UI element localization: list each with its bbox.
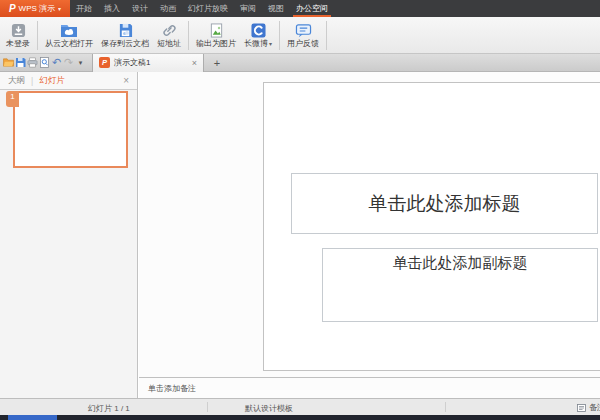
login-icon	[11, 22, 26, 38]
menu-item-animation[interactable]: 动画	[154, 0, 182, 17]
document-tab-label: 演示文稿1	[114, 57, 150, 68]
menu-item-view[interactable]: 视图	[262, 0, 290, 17]
export-as-image-button[interactable]: 输出为图片	[192, 20, 240, 50]
presentation-file-icon: P	[99, 57, 110, 68]
undo-icon[interactable]: ↶	[51, 56, 62, 70]
save-icon[interactable]	[15, 56, 26, 70]
status-bar: 幻灯片 1 / 1 默认设计模板 备注	[0, 398, 600, 415]
slide-panel: 大纲 | 幻灯片 × 1	[0, 72, 138, 398]
slide-canvas-area: 单击此处添加标题 单击此处添加副标题	[139, 72, 600, 377]
tab-slides[interactable]: 幻灯片	[39, 75, 65, 87]
design-template-label[interactable]: 默认设计模板	[245, 403, 293, 414]
menu-item-design[interactable]: 设计	[126, 0, 154, 17]
close-panel-icon[interactable]: ×	[123, 75, 129, 86]
notes-pane[interactable]: 单击添加备注	[139, 377, 600, 398]
tab-outline[interactable]: 大纲	[8, 75, 25, 87]
panel-tabs: 大纲 | 幻灯片 ×	[0, 72, 137, 90]
dropdown-caret-icon: ▾	[269, 41, 272, 47]
wps-logo-icon: P	[9, 3, 16, 14]
close-tab-icon[interactable]: ×	[192, 58, 197, 68]
menu-bar: P WPS 演示 ▾ 开始 插入 设计 动画 幻灯片放映 审阅 视图 办公空间	[0, 0, 600, 17]
taskbar-accent	[8, 415, 57, 420]
export-image-icon	[209, 22, 224, 38]
app-logo-button[interactable]: P WPS 演示 ▾	[0, 0, 70, 17]
ribbon-separator	[188, 21, 189, 50]
ribbon-toolbar: 未登录 从云文档打开 保存到云文档 短地址 输出为图片	[0, 17, 600, 54]
menu-items: 开始 插入 设计 动画 幻灯片放映 审阅 视图 办公空间	[70, 0, 334, 17]
status-separator	[207, 402, 208, 412]
notes-toggle[interactable]: 备注	[577, 402, 600, 413]
quick-access-toolbar: ↶ ↷ ▾	[0, 56, 89, 70]
redo-icon[interactable]: ↷	[63, 56, 74, 70]
print-icon[interactable]	[27, 56, 38, 70]
wps-presentation-window: P WPS 演示 ▾ 开始 插入 设计 动画 幻灯片放映 审阅 视图 办公空间 …	[0, 0, 600, 420]
cloud-save-icon	[118, 22, 133, 38]
menu-item-slideshow[interactable]: 幻灯片放映	[182, 0, 234, 17]
link-icon	[161, 22, 178, 38]
menu-item-home[interactable]: 开始	[70, 0, 98, 17]
work-area: 大纲 | 幻灯片 × 1 单击此处添加标题 单击此处添加副标题 单击添加备注	[0, 72, 600, 398]
menu-item-review[interactable]: 审阅	[234, 0, 262, 17]
long-weibo-button[interactable]: 长微博▾	[240, 20, 276, 50]
weibo-icon	[251, 22, 266, 38]
ribbon-separator	[279, 21, 280, 50]
slide-counter: 幻灯片 1 / 1	[88, 403, 130, 414]
ribbon-separator	[37, 21, 38, 50]
user-feedback-button[interactable]: 用户反馈	[283, 20, 323, 50]
document-tab[interactable]: P 演示文稿1 ×	[92, 54, 204, 72]
save-to-cloud-button[interactable]: 保存到云文档	[97, 20, 153, 50]
more-dropdown-icon[interactable]: ▾	[75, 56, 86, 70]
print-preview-icon[interactable]	[39, 56, 50, 70]
new-tab-button[interactable]: +	[210, 57, 224, 69]
status-separator	[445, 402, 446, 412]
editing-area: 单击此处添加标题 单击此处添加副标题 单击添加备注	[139, 72, 600, 398]
panel-tab-divider: |	[31, 76, 33, 86]
window-bottom-edge	[0, 415, 600, 420]
notes-toggle-icon	[577, 404, 586, 412]
subtitle-placeholder[interactable]: 单击此处添加副标题	[322, 248, 598, 322]
login-button[interactable]: 未登录	[2, 20, 34, 50]
notes-toggle-label: 备注	[589, 402, 600, 413]
document-tab-bar: ↶ ↷ ▾ P 演示文稿1 × +	[0, 54, 600, 72]
logo-dropdown-icon: ▾	[58, 5, 61, 12]
feedback-icon	[295, 22, 312, 38]
slide-number-badge: 1	[6, 91, 19, 107]
menu-item-office-space[interactable]: 办公空间	[290, 0, 334, 17]
cloud-folder-icon	[60, 22, 78, 38]
slide-thumbnail[interactable]: 1	[13, 91, 128, 168]
title-placeholder[interactable]: 单击此处添加标题	[291, 173, 598, 234]
short-url-button[interactable]: 短地址	[153, 20, 185, 50]
app-title: WPS 演示	[19, 3, 55, 14]
open-file-icon[interactable]	[3, 56, 14, 70]
open-from-cloud-button[interactable]: 从云文档打开	[41, 20, 97, 50]
menu-item-insert[interactable]: 插入	[98, 0, 126, 17]
ribbon-separator	[326, 21, 327, 50]
slide-canvas[interactable]: 单击此处添加标题 单击此处添加副标题	[263, 82, 600, 371]
